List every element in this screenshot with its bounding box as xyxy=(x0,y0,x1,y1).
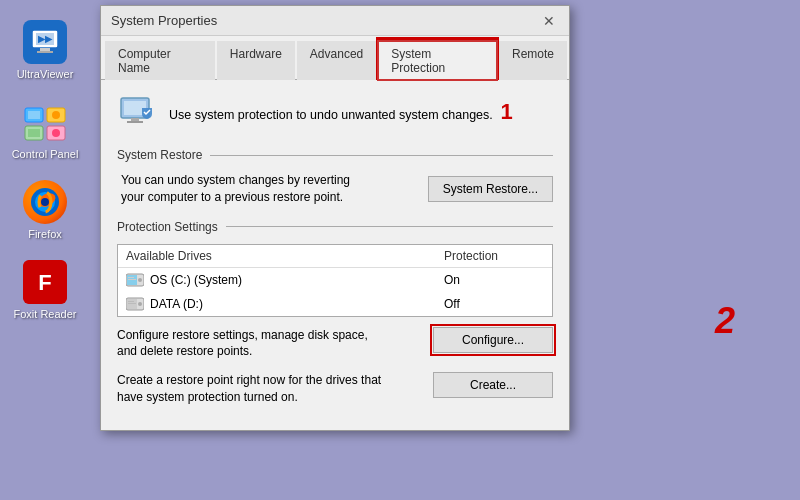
table-row[interactable]: OS (C:) (System) On xyxy=(118,268,552,292)
hdd-system-icon xyxy=(126,273,144,287)
foxit-label: Foxit Reader xyxy=(14,308,77,320)
svg-rect-2 xyxy=(40,48,50,51)
shield-icon xyxy=(117,92,157,132)
protection-settings-header: Protection Settings xyxy=(117,220,553,234)
system-restore-label: System Restore xyxy=(117,148,202,162)
svg-text:▶▶: ▶▶ xyxy=(38,34,53,44)
system-restore-section: System Restore You can undo system chang… xyxy=(117,148,553,206)
system-restore-button[interactable]: System Restore... xyxy=(428,176,553,202)
create-section: Create a restore point right now for the… xyxy=(117,372,553,406)
header-description: Use system protection to undo unwanted s… xyxy=(169,108,493,122)
col-available-drives: Available Drives xyxy=(126,249,444,263)
tab-remote[interactable]: Remote xyxy=(499,41,567,80)
svg-rect-10 xyxy=(28,129,40,137)
section-divider xyxy=(210,155,553,156)
tab-computer-name[interactable]: Computer Name xyxy=(105,41,215,80)
firefox-label: Firefox xyxy=(28,228,62,240)
annotation-2: 2 xyxy=(715,300,735,342)
protection-divider xyxy=(226,226,553,227)
ultraviewer-icon[interactable]: ▶▶ UltraViewer xyxy=(8,20,83,80)
dialog-title: System Properties xyxy=(111,13,217,28)
desktop-icons: ▶▶ UltraViewer xyxy=(0,0,90,500)
svg-rect-33 xyxy=(128,303,136,304)
create-button[interactable]: Create... xyxy=(433,372,553,398)
drives-table: Available Drives Protection xyxy=(117,244,553,317)
protection-settings-section: Protection Settings Available Drives Pro… xyxy=(117,220,553,406)
drive-c-protection: On xyxy=(444,273,544,287)
configure-button[interactable]: Configure... xyxy=(433,327,553,353)
create-description: Create a restore point right now for the… xyxy=(117,372,381,406)
svg-rect-6 xyxy=(28,111,40,119)
tab-advanced[interactable]: Advanced xyxy=(297,41,376,80)
step-1-annotation: 1 xyxy=(500,99,512,124)
dialog-content: Use system protection to undo unwanted s… xyxy=(101,80,569,430)
restore-description: You can undo system changes by reverting… xyxy=(121,172,350,206)
svg-point-8 xyxy=(52,111,60,119)
system-properties-dialog: System Properties ✕ Computer Name Hardwa… xyxy=(100,5,570,431)
controlpanel-label: Control Panel xyxy=(12,148,79,160)
header-section: Use system protection to undo unwanted s… xyxy=(117,92,553,132)
drive-d-name: DATA (D:) xyxy=(126,297,444,311)
system-restore-header: System Restore xyxy=(117,148,553,162)
svg-point-26 xyxy=(138,278,142,282)
restore-inner: You can undo system changes by reverting… xyxy=(117,172,553,206)
foxit-desktop-icon[interactable]: F Foxit Reader xyxy=(8,260,83,320)
col-protection: Protection xyxy=(444,249,544,263)
svg-rect-22 xyxy=(131,118,139,121)
configure-section: Configure restore settings, manage disk … xyxy=(117,327,553,361)
svg-text:F: F xyxy=(38,270,51,295)
drives-table-header: Available Drives Protection xyxy=(118,245,552,268)
svg-rect-32 xyxy=(128,301,134,302)
svg-point-17 xyxy=(41,198,49,206)
tab-system-protection[interactable]: System Protection xyxy=(378,41,497,80)
svg-rect-3 xyxy=(37,51,53,53)
protection-settings-label: Protection Settings xyxy=(117,220,218,234)
firefox-desktop-icon[interactable]: Firefox xyxy=(8,180,83,240)
dialog-close-button[interactable]: ✕ xyxy=(539,11,559,31)
tab-hardware[interactable]: Hardware xyxy=(217,41,295,80)
ultraviewer-label: UltraViewer xyxy=(17,68,74,80)
drive-d-protection: Off xyxy=(444,297,544,311)
svg-point-12 xyxy=(52,129,60,137)
controlpanel-desktop-icon[interactable]: Control Panel xyxy=(8,100,83,160)
svg-point-31 xyxy=(138,302,142,306)
svg-rect-27 xyxy=(128,277,134,278)
table-row[interactable]: DATA (D:) Off xyxy=(118,292,552,316)
svg-rect-28 xyxy=(128,279,136,280)
svg-rect-23 xyxy=(127,121,143,123)
configure-description: Configure restore settings, manage disk … xyxy=(117,327,368,361)
hdd-icon xyxy=(126,297,144,311)
dialog-titlebar: System Properties ✕ xyxy=(101,6,569,36)
drive-c-name: OS (C:) (System) xyxy=(126,273,444,287)
tabs-bar: Computer Name Hardware Advanced System P… xyxy=(101,36,569,80)
